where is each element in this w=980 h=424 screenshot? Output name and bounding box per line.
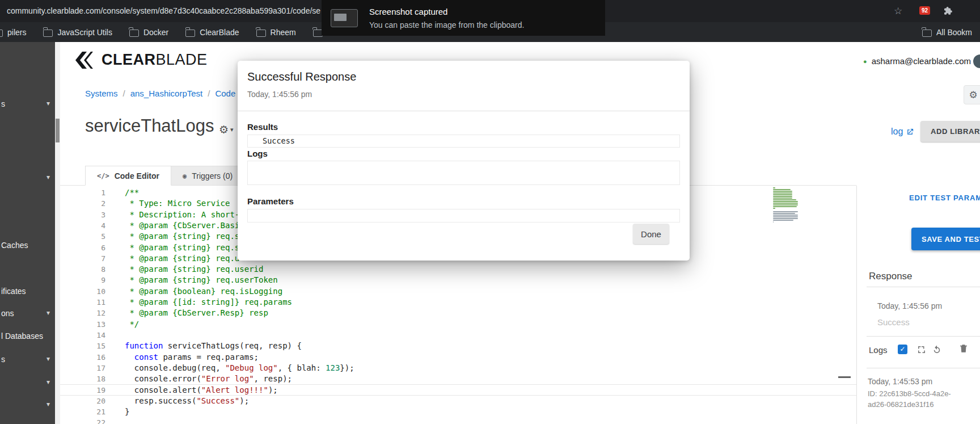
minimap-line xyxy=(773,191,792,192)
sidebar-item[interactable]: s▾ xyxy=(0,98,55,111)
sidebar-item[interactable]: Caches xyxy=(0,239,55,253)
minimap-line xyxy=(773,208,775,209)
line-number: 7 xyxy=(60,253,105,264)
code-text: * @param {string} req.userid xyxy=(125,264,263,275)
breadcrumb-systems[interactable]: Systems xyxy=(85,89,118,98)
open-in-new-icon xyxy=(906,128,914,136)
log-entry-timestamp: Today, 1:45:53 pm xyxy=(868,377,932,386)
sidebar-item[interactable]: l Databases xyxy=(0,330,55,343)
logs-output[interactable]: Error log {"headers":{},"status_code":20… xyxy=(247,161,680,185)
code-text: function serviceThatLogs(req, resp) { xyxy=(125,341,302,351)
bookmark-item[interactable]: pilers xyxy=(0,28,26,37)
account-menu[interactable]: ● asharma@clearblade.com xyxy=(863,56,971,66)
save-and-test-label: SAVE AND TEST xyxy=(922,235,980,244)
parameters-output[interactable] xyxy=(247,209,680,223)
settings-gear-button[interactable]: ⚙ xyxy=(964,85,980,104)
gear-icon: ⚙ xyxy=(969,89,977,101)
code-line[interactable]: 12 * @param {CbServer.Resp} resp xyxy=(60,308,856,319)
sidebar-item[interactable]: s▾ xyxy=(0,353,55,367)
response-heading: Response xyxy=(869,271,913,282)
line-number: 10 xyxy=(60,286,105,297)
sidebar-item[interactable]: ▾ xyxy=(0,376,55,390)
logs-checkbox[interactable]: ✓ xyxy=(898,345,907,354)
save-and-test-button[interactable]: SAVE AND TEST xyxy=(911,228,980,250)
done-button[interactable]: Done xyxy=(633,224,669,244)
toast-title: Screenshot captured xyxy=(369,7,524,16)
add-library-button[interactable]: ADD LIBRARY xyxy=(920,121,980,142)
breadcrumb-system-name[interactable]: ans_HashicorpTest xyxy=(130,89,203,98)
minimap[interactable] xyxy=(773,187,800,225)
service-settings-gear-icon[interactable]: ⚙ xyxy=(219,123,229,136)
code-line[interactable]: 17 console.debug(req, "Debug log", { bla… xyxy=(60,363,856,374)
code-line[interactable]: 14 xyxy=(60,330,856,341)
sidebar-item[interactable]: ▾ xyxy=(0,171,55,185)
line-number: 15 xyxy=(60,341,105,351)
code-line[interactable]: 15function serviceThatLogs(req, resp) { xyxy=(60,341,856,352)
code-line[interactable]: 10 * @param {boolean} req.isLogging xyxy=(60,286,856,297)
trash-icon[interactable] xyxy=(958,343,969,354)
bookmark-item[interactable]: Docker xyxy=(129,28,168,37)
sidebar-item-label: Caches xyxy=(1,241,28,250)
screenshot-toast: Screenshot captured You can paste the im… xyxy=(322,0,605,36)
chevron-down-icon[interactable]: ▾ xyxy=(230,126,234,133)
code-line[interactable]: 9 * @param {string} req.userToken xyxy=(60,275,856,286)
code-text: * @param {string} req.u xyxy=(125,253,239,264)
extensions-puzzle-icon[interactable] xyxy=(943,6,953,16)
log-entry-id-line1: ID: 22c613b8-5ccd-4a2e- xyxy=(868,389,951,398)
resize-handle[interactable] xyxy=(838,376,851,378)
sidebar-item[interactable]: ificates xyxy=(0,285,55,299)
bookmark-item[interactable]: ClearBlade xyxy=(185,28,239,37)
sidebar-item[interactable]: ▾ xyxy=(0,421,55,424)
minimap-line xyxy=(773,199,796,200)
code-line[interactable]: 20 resp.success("Success"); xyxy=(60,396,856,407)
code-line[interactable]: 22 xyxy=(60,417,856,424)
bookmark-item[interactable]: JavaScript Utils xyxy=(43,28,112,37)
sidebar-item[interactable]: ons▾ xyxy=(0,307,55,321)
breadcrumb-code[interactable]: Code xyxy=(215,89,235,98)
all-bookmarks-button[interactable]: All Bookm xyxy=(922,22,972,42)
code-text: * @param {string} req.userToken xyxy=(125,275,278,286)
refresh-icon[interactable] xyxy=(932,345,942,355)
sidebar-scrollbar[interactable] xyxy=(55,42,60,424)
sidebar-item[interactable]: ▾ xyxy=(0,398,55,412)
code-text: * Description: A short- xyxy=(125,209,239,220)
log-entry-id-line2: ad26-06821de31f16 xyxy=(868,400,933,409)
bookmark-star-icon[interactable]: ☆ xyxy=(894,5,902,17)
code-line[interactable]: 19 console.alert("Alert log!!!"); xyxy=(60,384,856,396)
edit-test-params-link[interactable]: EDIT TEST PARAM xyxy=(909,194,980,202)
sidebar-scrollbar-thumb[interactable] xyxy=(56,119,60,142)
extension-badge[interactable]: 92 xyxy=(919,6,930,15)
divider xyxy=(867,368,980,368)
code-text: * @param {string} req.s xyxy=(125,231,239,242)
results-output[interactable]: Success xyxy=(247,135,680,148)
minimap-line xyxy=(773,211,798,212)
chevron-down-icon: ▾ xyxy=(47,173,50,181)
clearblade-logo[interactable]: CLEARBLADE xyxy=(75,51,208,69)
code-line[interactable]: 21} xyxy=(60,406,856,418)
url-bar[interactable]: community.clearblade.com/console/system/… xyxy=(7,0,320,22)
tab-triggers[interactable]: ◉ Triggers (0) xyxy=(171,166,244,186)
minimap-line xyxy=(773,220,793,221)
tab-code-editor[interactable]: </> Code Editor xyxy=(85,166,171,186)
chevron-down-icon: ▾ xyxy=(47,99,50,107)
folder-icon xyxy=(922,30,932,37)
log-external-link[interactable]: log xyxy=(891,127,914,137)
dialog-timestamp: Today, 1:45:56 pm xyxy=(247,90,312,99)
chevron-down-icon: ▾ xyxy=(47,400,50,408)
code-line[interactable]: 8 * @param {string} req.userid xyxy=(60,264,856,275)
tab-triggers-label: Triggers (0) xyxy=(192,171,233,180)
code-text: resp.success("Success"); xyxy=(125,396,249,406)
code-line[interactable]: 16 const params = req.params; xyxy=(60,352,856,363)
expand-icon[interactable] xyxy=(916,345,927,355)
code-line[interactable]: 18 console.error("Error log", resp); xyxy=(60,373,856,385)
minimap-line xyxy=(773,189,791,190)
line-number: 18 xyxy=(60,373,105,384)
code-text: * @param {string} req.s xyxy=(125,242,239,253)
line-number: 1 xyxy=(60,187,105,198)
code-line[interactable]: 13 */ xyxy=(60,319,856,330)
code-text: /** xyxy=(125,187,139,198)
code-line[interactable]: 11 * @param {[id: string]} req.params xyxy=(60,297,856,308)
breadcrumb-separator: / xyxy=(123,89,125,98)
avatar[interactable] xyxy=(973,54,980,68)
bookmark-item[interactable]: Rheem xyxy=(256,28,296,37)
